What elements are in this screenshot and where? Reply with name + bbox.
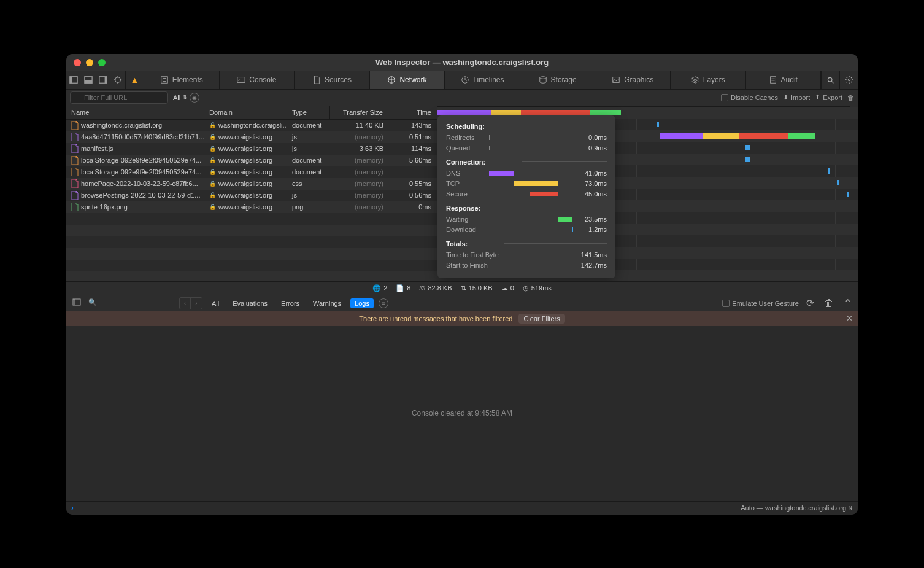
preserve-log-toggle[interactable]: ≡ — [379, 298, 388, 308]
status-resources: 📄8 — [396, 284, 410, 292]
col-type[interactable]: Type — [287, 106, 330, 119]
table-row[interactable]: localStorage-092e9f9e2f09450529e74... 🔒w… — [66, 155, 437, 166]
tab-label: Timelines — [473, 76, 504, 84]
search-prev[interactable]: ‹ — [180, 298, 191, 309]
svg-rect-19 — [770, 77, 776, 84]
console-sidebar-toggle[interactable] — [70, 298, 83, 309]
settings-button[interactable] — [839, 71, 858, 89]
filter-errors[interactable]: Errors — [277, 298, 304, 308]
tab-label: Storage — [551, 76, 577, 84]
banner-close-icon[interactable]: ✕ — [846, 314, 853, 323]
clear-network-button[interactable]: 🗑 — [847, 94, 854, 101]
lock-icon: 🔒 — [209, 122, 216, 128]
console-cleared-message: Console cleared at 9:45:58 AM — [412, 409, 512, 418]
table-row[interactable]: manifest.js 🔒www.craigslist.org js 3.63 … — [66, 143, 437, 155]
console-input-row: › Auto — washingtondc.craigslist.org⇅ — [66, 501, 858, 515]
dock-bottom-icon[interactable] — [81, 71, 96, 89]
tab-audit[interactable]: Audit — [746, 71, 822, 89]
lock-icon: 🔒 — [209, 134, 216, 140]
clock-icon: ◷ — [523, 284, 529, 292]
clear-console-icon[interactable]: 🗑 — [822, 298, 836, 309]
tab-elements[interactable]: Elements — [144, 71, 220, 89]
banner-text: There are unread messages that have been… — [359, 315, 512, 322]
timing-tooltip: Scheduling: Redirects0.0ms Queued0.9ms C… — [437, 115, 615, 278]
console-prompt-icon: › — [71, 504, 74, 512]
tab-label: Network — [399, 76, 426, 84]
execution-context-dropdown[interactable]: Auto — washingtondc.craigslist.org⇅ — [741, 504, 853, 512]
waterfall-panel: 50.0ms100.00ms150.0ms200.0ms250.0ms300.0… — [437, 106, 858, 281]
document-icon: 📄 — [396, 284, 404, 292]
clear-filters-button[interactable]: Clear Filters — [518, 314, 564, 324]
tab-bar: ▲ Elements Console Sources Network Timel… — [66, 71, 858, 90]
filter-evaluations[interactable]: Evaluations — [228, 298, 272, 308]
tab-sources[interactable]: Sources — [295, 71, 370, 89]
dock-left-icon[interactable] — [66, 71, 81, 89]
reload-icon[interactable]: ⟳ — [804, 297, 817, 309]
export-button[interactable]: ⬆Export — [815, 93, 842, 101]
svg-rect-5 — [105, 77, 107, 84]
tab-network[interactable]: Network — [370, 71, 445, 89]
search-nav: ‹ › — [179, 297, 202, 309]
web-inspector-window: Web Inspector — washingtondc.craigslist.… — [66, 54, 858, 515]
weight-icon: ⚖ — [419, 284, 425, 292]
tab-console[interactable]: Console — [220, 71, 295, 89]
filter-all[interactable]: All — [207, 298, 223, 308]
table-row[interactable]: localStorage-092e9f9e2f09450529e74... 🔒w… — [66, 166, 437, 178]
svg-line-21 — [831, 81, 833, 83]
tab-label: Console — [249, 76, 276, 84]
svg-rect-3 — [85, 80, 92, 83]
warnings-indicator[interactable]: ▲ — [126, 71, 144, 89]
svg-point-6 — [115, 77, 121, 83]
svg-rect-23 — [73, 299, 80, 305]
table-body: washingtondc.craigslist.org 🔒washingtond… — [66, 120, 437, 281]
search-button[interactable] — [821, 71, 839, 89]
minimize-button[interactable] — [86, 59, 93, 66]
table-header: Name Domain Type Transfer Size Time — [66, 106, 437, 120]
col-name[interactable]: Name — [66, 106, 204, 119]
table-row[interactable]: washingtondc.craigslist.org 🔒washingtond… — [66, 120, 437, 131]
lock-icon: 🔒 — [209, 157, 216, 163]
emulate-gesture-checkbox[interactable]: Emulate User Gesture — [722, 300, 799, 307]
search-next[interactable]: › — [191, 298, 202, 309]
waterfall-body[interactable]: Scheduling: Redirects0.0ms Queued0.9ms C… — [437, 107, 858, 281]
console-toolbar: 🔍 ‹ › All Evaluations Errors Warnings Lo… — [66, 295, 858, 311]
tab-graphics[interactable]: Graphics — [595, 71, 671, 89]
col-time[interactable]: Time — [388, 106, 436, 119]
maximize-button[interactable] — [98, 59, 106, 66]
search-icon: 🔍 — [88, 298, 97, 306]
network-toolbar: ◎ All ⇅ ◉ Disable Caches ⬇Import ⬆Export… — [66, 90, 858, 106]
close-button[interactable] — [74, 59, 81, 66]
filtered-messages-banner: There are unread messages that have been… — [66, 311, 858, 326]
tab-timelines[interactable]: Timelines — [445, 71, 520, 89]
table-row[interactable]: 4aa8d471150d0d57d40f99d83cd21b71... 🔒www… — [66, 131, 437, 143]
collapse-console-icon[interactable]: ⌃ — [841, 297, 854, 309]
network-table: Name Domain Type Transfer Size Time wash… — [66, 106, 437, 281]
tt-scheduling-header: Scheduling: — [446, 123, 607, 130]
status-domains: 🌐2 — [372, 284, 387, 292]
disable-caches-checkbox[interactable]: Disable Caches — [721, 94, 778, 101]
filter-logs[interactable]: Logs — [350, 298, 374, 308]
tab-storage[interactable]: Storage — [520, 71, 596, 89]
col-domain[interactable]: Domain — [204, 106, 287, 119]
element-picker-icon[interactable] — [110, 71, 125, 89]
col-size[interactable]: Transfer Size — [330, 106, 388, 119]
table-row[interactable]: homePage-2022-10-03-22-59-c87fb6... 🔒www… — [66, 178, 437, 190]
filter-warnings[interactable]: Warnings — [309, 298, 345, 308]
grouping-icon[interactable]: ◉ — [190, 93, 199, 103]
svg-rect-1 — [70, 77, 72, 84]
console-search-input[interactable] — [88, 300, 174, 308]
tab-layers[interactable]: Layers — [671, 71, 746, 89]
network-main: Name Domain Type Transfer Size Time wash… — [66, 106, 858, 281]
trash-icon: 🗑 — [847, 94, 854, 101]
status-time: ◷519ms — [523, 284, 552, 292]
filter-url-input[interactable] — [70, 91, 168, 104]
table-row[interactable]: browsePostings-2022-10-03-22-59-d1... 🔒w… — [66, 190, 437, 201]
console-output: Console cleared at 9:45:58 AM — [66, 326, 858, 501]
dock-right-icon[interactable] — [96, 71, 110, 89]
import-button[interactable]: ⬇Import — [783, 93, 810, 101]
status-bar: 🌐2 📄8 ⚖82.8 KB ⇅15.0 KB ☁0 ◷519ms — [66, 281, 858, 295]
table-row[interactable]: sprite-16px.png 🔒www.craigslist.org png … — [66, 201, 437, 213]
tt-connection-header: Connection: — [446, 158, 607, 166]
tab-label: Elements — [172, 76, 203, 84]
type-filter-dropdown[interactable]: All ⇅ ◉ — [173, 93, 199, 103]
